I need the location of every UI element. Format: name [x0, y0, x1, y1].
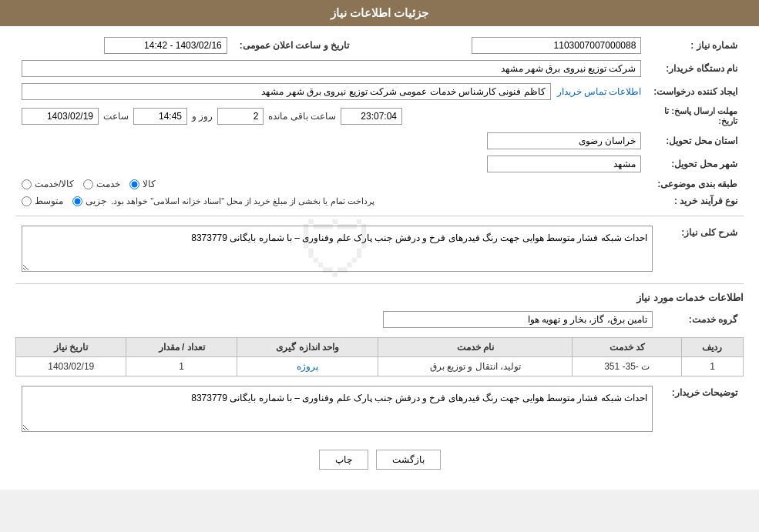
shahr-value: [15, 152, 647, 176]
noe-farayand-value: متوسط جزیی پرداخت تمام یا بخشی از مبلغ خ…: [15, 192, 647, 209]
tosifat-label: توضیحات خریدار:: [659, 383, 744, 437]
mohlat-values: ساعت روز و ساعت باقی مانده: [15, 103, 647, 129]
sharh-value: احداث شبکه فشار متوسط هوایی جهت رنگ فیدر…: [15, 223, 659, 277]
shomare-niaz-value: [355, 34, 647, 57]
sharh-table: شرح کلی نیاز: احداث شبکه فشار متوسط هوای…: [15, 223, 744, 277]
tosifat-table: توضیحات خریدار: احداث شبکه فشار متوسط هو…: [15, 383, 744, 437]
nam-dastgah-value: [15, 57, 647, 80]
print-button[interactable]: چاپ: [319, 450, 368, 470]
sharh-container: احداث شبکه فشار متوسط هوایی جهت رنگ فیدر…: [22, 226, 653, 274]
farayand-motavaset[interactable]: متوسط: [22, 196, 63, 206]
tarikh-label: تاریخ و ساعت اعلان عمومی:: [233, 34, 355, 57]
mohlat-time-input[interactable]: [133, 108, 187, 125]
cell-kod: ت -35- 351: [573, 357, 682, 376]
divider-1: [15, 216, 744, 216]
tabaqe-options: کالا/خدمت خدمت کالا: [15, 176, 647, 192]
col-nam: نام خدمت: [378, 338, 573, 357]
cell-radif: 1: [681, 357, 743, 376]
page-wrapper: جزئیات اطلاعات نیاز شماره نیاز : تاریخ و…: [0, 0, 759, 490]
tarikh-value: [15, 34, 233, 57]
back-button[interactable]: بازگشت: [376, 450, 441, 470]
shomare-niaz-label: شماره نیاز :: [647, 34, 744, 57]
button-group: بازگشت چاپ: [15, 450, 744, 470]
tabaqe-kala-khidmat[interactable]: کالا/خدمت: [22, 179, 74, 189]
header-title: جزئیات اطلاعات نیاز: [331, 6, 428, 19]
row-ijad-konande: ایجاد کننده درخواست: اطلاعات تماس خریدار: [15, 80, 744, 103]
row-sharh: شرح کلی نیاز: احداث شبکه فشار متوسط هوای…: [15, 223, 744, 277]
nam-dastgah-input[interactable]: [22, 60, 641, 77]
farayand-jozi[interactable]: جزیی: [72, 196, 106, 206]
noe-farayand-label: نوع فرآیند خرید :: [647, 192, 744, 209]
mohlat-date-input[interactable]: [22, 108, 99, 125]
main-content: شماره نیاز : تاریخ و ساعت اعلان عمومی: ن…: [0, 26, 759, 490]
tosifat-value: احداث شبکه فشار متوسط هوایی جهت رنگ فیدر…: [15, 383, 659, 437]
gorohe-value: [15, 308, 659, 331]
tarikh-input[interactable]: [104, 37, 227, 54]
mohlat-saat-input[interactable]: [341, 108, 402, 125]
ettelaat-tamas-link[interactable]: اطلاعات تماس خریدار: [557, 86, 642, 97]
col-tarikh: تاریخ نیاز: [16, 338, 126, 357]
row-noe-farayand: نوع فرآیند خرید : متوسط جزیی: [15, 192, 744, 209]
col-vahed: واحد اندازه گیری: [237, 338, 378, 357]
info-table: شماره نیاز : تاریخ و ساعت اعلان عمومی: ن…: [15, 34, 744, 209]
cell-tarikh: 1403/02/19: [16, 357, 126, 376]
row-shahr: شهر محل تحویل:: [15, 152, 744, 176]
tabaqe-khidmat[interactable]: خدمت: [83, 179, 120, 189]
page-header: جزئیات اطلاعات نیاز: [0, 0, 759, 26]
mohlat-label: مهلت ارسال پاسخ: تا تاریخ:: [647, 103, 744, 129]
tabaqe-kala[interactable]: کالا: [129, 179, 156, 189]
table-row: 1 ت -35- 351 تولید، انتقال و توزیع برق پ…: [16, 357, 744, 376]
mohlat-roz-label: روز و: [192, 111, 213, 122]
sharh-label: شرح کلی نیاز:: [659, 223, 744, 277]
ijad-konande-label: ایجاد کننده درخواست:: [647, 80, 744, 103]
gorohe-label: گروه خدمت:: [659, 308, 744, 331]
row-tosifat: توضیحات خریدار: احداث شبکه فشار متوسط هو…: [15, 383, 744, 437]
mohlat-roz-input[interactable]: [217, 108, 264, 125]
cell-vahed: پروژه: [237, 357, 378, 376]
shahr-label: شهر محل تحویل:: [647, 152, 744, 176]
ijad-konande-input[interactable]: [22, 83, 551, 100]
table-header-row: ردیف کد خدمت نام خدمت واحد اندازه گیری ت…: [16, 338, 744, 357]
ostan-label: استان محل تحویل:: [647, 129, 744, 152]
mohlat-saat-label: ساعت باقی مانده: [268, 111, 336, 122]
mohlat-time-label: ساعت: [103, 111, 129, 122]
divider-2: [15, 283, 744, 284]
cell-tedad: 1: [126, 357, 237, 376]
shomare-niaz-input[interactable]: [472, 37, 641, 54]
ostan-input[interactable]: [487, 132, 641, 149]
tosifat-textarea[interactable]: احداث شبکه فشار متوسط هوایی جهت رنگ فیدر…: [22, 386, 653, 432]
row-mohlat: مهلت ارسال پاسخ: تا تاریخ: ساعت روز و سا…: [15, 103, 744, 129]
row-ostan: استان محل تحویل:: [15, 129, 744, 152]
col-radif: ردیف: [681, 338, 743, 357]
row-gorohe: گروه خدمت:: [15, 308, 744, 331]
nam-dastgah-label: نام دستگاه خریدار:: [647, 57, 744, 80]
noe-farayand-note: پرداخت تمام یا بخشی از مبلغ خرید از محل …: [111, 196, 374, 206]
sharh-textarea[interactable]: احداث شبکه فشار متوسط هوایی جهت رنگ فیدر…: [22, 226, 653, 272]
row-shomare-niaz: شماره نیاز : تاریخ و ساعت اعلان عمومی:: [15, 34, 744, 57]
tabaqe-label: طبقه بندی موضوعی:: [647, 176, 744, 192]
row-nam-dastgah: نام دستگاه خریدار:: [15, 57, 744, 80]
services-table: ردیف کد خدمت نام خدمت واحد اندازه گیری ت…: [15, 337, 744, 376]
gorohe-input[interactable]: [383, 311, 653, 328]
cell-nam: تولید، انتقال و توزیع برق: [378, 357, 573, 376]
ijad-konande-value: اطلاعات تماس خریدار: [15, 80, 647, 103]
col-kod: کد خدمت: [573, 338, 682, 357]
col-tedad: تعداد / مقدار: [126, 338, 237, 357]
row-tabaqe: طبقه بندی موضوعی: کالا/خدمت خدمت: [15, 176, 744, 192]
khadamat-section-title: اطلاعات خدمات مورد نیاز: [15, 292, 744, 303]
ostan-value: [15, 129, 647, 152]
gorohe-table: گروه خدمت:: [15, 308, 744, 331]
shahr-input[interactable]: [487, 156, 641, 172]
